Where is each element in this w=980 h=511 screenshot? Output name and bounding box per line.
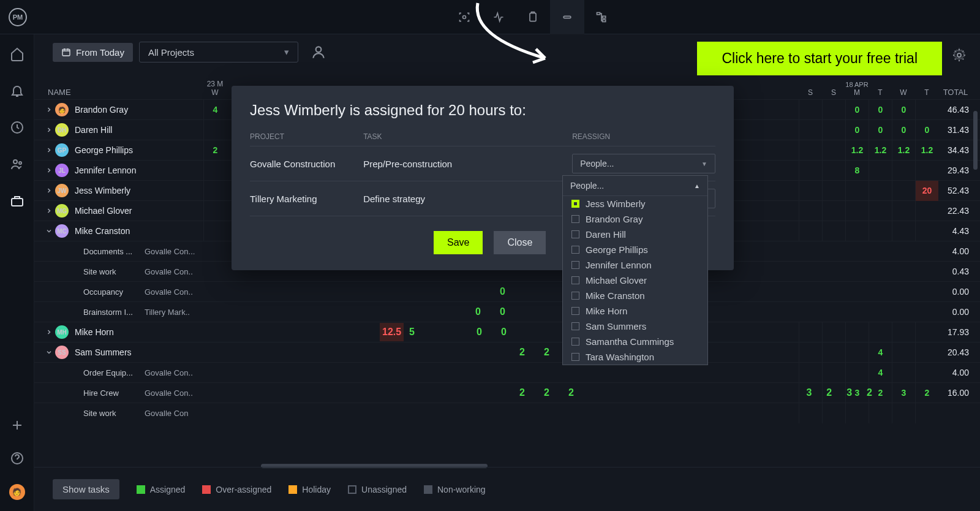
project-dropdown[interactable]: All Projects ▾	[139, 42, 298, 62]
team-icon[interactable]	[10, 157, 24, 172]
bell-icon[interactable]	[10, 83, 24, 98]
project-dropdown-label: All Projects	[148, 47, 194, 58]
option-label: Brandon Gray	[586, 214, 643, 224]
dropdown-option[interactable]: Samantha Cummings	[563, 334, 707, 349]
help-icon[interactable]	[10, 451, 24, 466]
checkbox[interactable]	[571, 307, 579, 315]
avatar: JW	[55, 184, 69, 197]
dropdown-option[interactable]: Mike Horn	[563, 303, 707, 319]
task-row[interactable]: Hire CrewGovalle Con..2223232323216.00	[34, 382, 980, 403]
scan-icon[interactable]	[447, 0, 481, 34]
save-button[interactable]: Save	[434, 231, 483, 254]
checkbox[interactable]	[571, 292, 579, 300]
expand-icon[interactable]	[43, 167, 55, 174]
dropdown-option[interactable]: Mike Cranston	[563, 288, 707, 303]
checkbox[interactable]	[571, 276, 579, 284]
total-cell: 52.43	[938, 186, 980, 195]
person-name: Brandon Gray	[75, 105, 128, 115]
checkbox[interactable]	[571, 353, 579, 361]
footer: Show tasks Assigned Over-assigned Holida…	[34, 467, 980, 511]
from-today-button[interactable]: From Today	[53, 43, 133, 62]
expand-icon[interactable]	[43, 349, 55, 356]
expand-icon[interactable]	[43, 207, 55, 214]
logo[interactable]: PM	[9, 8, 27, 26]
svg-point-7	[13, 160, 17, 164]
avatar: GP	[55, 143, 69, 157]
legend-holiday: Holiday	[288, 485, 331, 494]
gear-icon[interactable]	[952, 48, 967, 65]
clipboard-icon[interactable]	[516, 0, 550, 34]
close-button[interactable]: Close	[494, 231, 546, 254]
option-label: George Phillips	[586, 244, 648, 255]
dropdown-option[interactable]: Brandon Gray	[563, 211, 707, 227]
task-row[interactable]: OccupancyGovalle Con..00.00	[34, 281, 980, 301]
option-label: Samantha Cummings	[586, 336, 674, 347]
person-row[interactable]: MHMike Horn12.550017.93	[34, 322, 980, 342]
checkbox[interactable]	[571, 230, 579, 238]
name-header: NAME	[34, 88, 203, 97]
svg-point-8	[19, 162, 21, 164]
cta-banner[interactable]: Click here to start your free trial	[697, 42, 942, 75]
person-row[interactable]: SSSam Summers222420.43	[34, 342, 980, 362]
hierarchy-icon[interactable]	[584, 0, 619, 34]
task-row[interactable]: Site workGovalle Con	[34, 403, 980, 423]
date-w: W	[892, 88, 915, 97]
activity-icon[interactable]	[481, 0, 516, 34]
plus-icon[interactable]	[10, 418, 24, 433]
checkbox[interactable]	[571, 246, 579, 254]
avatar: MG	[55, 204, 69, 218]
expand-icon[interactable]	[43, 146, 55, 154]
dropdown-option[interactable]: Tara Washington	[563, 349, 707, 365]
task-name: Hire Crew	[83, 388, 141, 398]
legend-over: Over-assigned	[202, 485, 271, 494]
briefcase-icon[interactable]	[10, 194, 24, 208]
dropdown-option[interactable]: Jess Wimberly	[563, 196, 707, 211]
checkbox[interactable]	[571, 215, 579, 223]
dropdown-option[interactable]: Daren Hill	[563, 227, 707, 242]
task-name: Brainstorm I...	[83, 308, 141, 317]
expand-icon[interactable]	[43, 227, 55, 235]
avatar: JL	[55, 164, 69, 177]
dropdown-option[interactable]: Jennifer Lennon	[563, 257, 707, 273]
checkbox[interactable]	[571, 261, 579, 269]
show-tasks-button[interactable]: Show tasks	[53, 479, 119, 499]
person-icon[interactable]	[311, 44, 326, 60]
svg-rect-9	[12, 199, 23, 206]
task-project: Govalle Con...	[145, 247, 201, 256]
vertical-scrollbar[interactable]	[973, 111, 978, 170]
option-label: Tara Washington	[586, 352, 654, 362]
expand-icon[interactable]	[43, 187, 55, 194]
dropdown-option[interactable]: Michael Glover	[563, 273, 707, 288]
dropdown-option[interactable]: George Phillips	[563, 242, 707, 257]
expand-icon[interactable]	[43, 328, 55, 336]
option-label: Mike Cranston	[586, 290, 645, 301]
option-label: Sam Summers	[586, 321, 646, 331]
dropdown-option[interactable]: Sam Summers	[563, 319, 707, 334]
person-name: Sam Summers	[75, 347, 132, 357]
clock-icon[interactable]	[10, 120, 24, 135]
people-dropdown[interactable]: People...▲ Jess WimberlyBrandon GrayDare…	[562, 175, 708, 365]
avatar: MC	[55, 224, 69, 238]
reassign-select-1[interactable]: People...▼	[572, 154, 715, 173]
task-row[interactable]: Order Equip...Govalle Con..44.00	[34, 362, 980, 382]
task-project: Govalle Con..	[145, 267, 201, 276]
checkbox[interactable]	[571, 200, 579, 208]
svg-rect-5	[603, 20, 606, 21]
user-avatar[interactable]: 🧑	[9, 484, 25, 500]
svg-rect-1	[530, 13, 536, 21]
person-name: Mike Horn	[75, 327, 114, 337]
option-label: Daren Hill	[586, 229, 626, 240]
person-name: Daren Hill	[75, 125, 112, 135]
expand-icon[interactable]	[43, 106, 55, 113]
task-name: Order Equip...	[83, 368, 141, 377]
person-name: George Phillips	[75, 145, 133, 155]
checkbox[interactable]	[571, 322, 579, 330]
task-name: Occupancy	[83, 287, 141, 297]
home-icon[interactable]	[10, 47, 24, 61]
expand-icon[interactable]	[43, 126, 55, 134]
checkbox[interactable]	[571, 338, 579, 346]
total-cell: 4.43	[938, 226, 980, 236]
dropdown-toggle[interactable]: People...▲	[563, 176, 707, 196]
task-row[interactable]: Brainstorm I...Tillery Mark..000.00	[34, 301, 980, 322]
link-icon[interactable]	[550, 0, 584, 34]
